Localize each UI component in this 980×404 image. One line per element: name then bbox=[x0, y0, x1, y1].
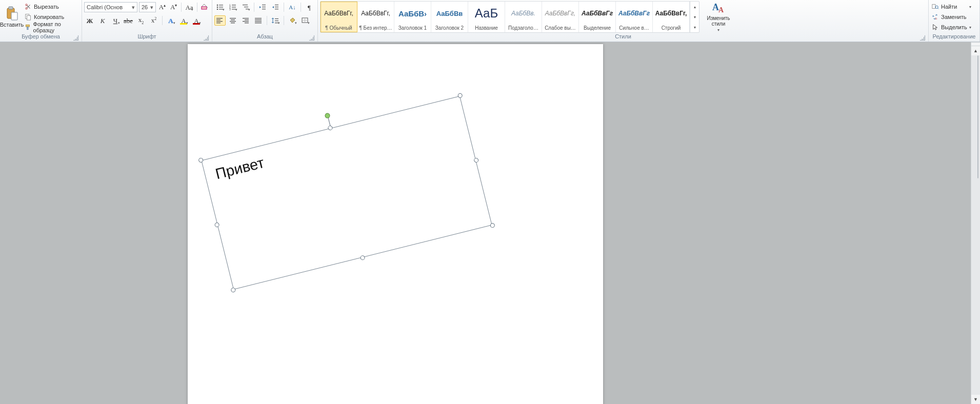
resize-handle-se[interactable] bbox=[490, 223, 495, 228]
svg-rect-47 bbox=[275, 18, 278, 19]
dialog-launcher-icon[interactable] bbox=[309, 35, 314, 41]
format-painter-button[interactable]: Формат по образцу bbox=[24, 23, 79, 32]
style-label: Строгий bbox=[662, 24, 681, 31]
style-preview: АаБбВвГг bbox=[582, 3, 613, 24]
increase-indent-button[interactable] bbox=[270, 2, 281, 12]
cut-label: Вырезать bbox=[34, 4, 59, 10]
multilevel-button[interactable]: ▾ bbox=[240, 2, 251, 12]
text-effects-button[interactable]: A▾ bbox=[165, 15, 176, 26]
page[interactable]: Привет bbox=[188, 44, 603, 404]
font-color-button[interactable]: A▾ bbox=[191, 15, 202, 26]
style-card[interactable]: АаБбВвГг,¶ Обычный bbox=[321, 2, 357, 32]
select-button[interactable]: Выделить▾ bbox=[931, 23, 972, 32]
split-handle[interactable] bbox=[971, 42, 980, 46]
bullets-button[interactable]: ▾ bbox=[214, 2, 226, 12]
find-label: Найти bbox=[941, 4, 957, 10]
cut-button[interactable]: Вырезать bbox=[24, 2, 79, 11]
change-styles-button[interactable]: AA Изменить стили ▾ bbox=[703, 1, 734, 33]
decrease-indent-button[interactable] bbox=[257, 2, 268, 12]
svg-rect-23 bbox=[244, 7, 248, 7]
justify-button[interactable] bbox=[253, 15, 264, 26]
find-icon bbox=[932, 3, 939, 10]
styles-gallery[interactable]: АаБбВвГг,¶ ОбычныйАаБбВвГг,¶ Без интер…А… bbox=[320, 1, 699, 33]
svg-rect-30 bbox=[275, 9, 278, 9]
paste-icon bbox=[6, 6, 18, 21]
underline-button[interactable]: Ч▾ bbox=[110, 15, 121, 26]
paste-button[interactable]: Вставить bbox=[2, 1, 22, 33]
font-size-combo[interactable]: 26▾ bbox=[139, 2, 156, 12]
align-center-button[interactable] bbox=[227, 15, 238, 26]
change-styles-label: Изменить стили bbox=[703, 15, 734, 27]
format-label: Формат по образцу bbox=[33, 21, 78, 33]
style-card[interactable]: АаБбВвГг,Строгий bbox=[653, 2, 690, 32]
vertical-scrollbar[interactable]: ▲ ▼ bbox=[971, 42, 980, 404]
styles-more-button[interactable]: ▴▾▾ bbox=[690, 2, 699, 32]
textbox-selection[interactable]: Привет bbox=[201, 96, 492, 290]
style-card[interactable]: АаБбВвГгВыделение bbox=[579, 2, 616, 32]
svg-rect-25 bbox=[262, 5, 266, 5]
style-card[interactable]: АаБбВвГг,¶ Без интер… bbox=[357, 2, 394, 32]
shading-button[interactable]: ▾ bbox=[287, 15, 298, 26]
style-label: Заголовок 1 bbox=[398, 24, 427, 31]
style-card[interactable]: АаБбВвЗаголовок 2 bbox=[431, 2, 468, 32]
svg-rect-42 bbox=[245, 23, 249, 23]
svg-text:A: A bbox=[718, 6, 724, 14]
clear-formatting-button[interactable] bbox=[200, 2, 210, 12]
scroll-up-button[interactable]: ▲ bbox=[971, 46, 980, 55]
justify-icon bbox=[255, 17, 262, 24]
borders-button[interactable]: ▾ bbox=[299, 15, 311, 26]
numbering-button[interactable]: 123▾ bbox=[227, 2, 238, 12]
style-label: Выделение bbox=[584, 24, 611, 31]
change-case-button[interactable]: Aa▾ bbox=[184, 2, 194, 12]
copy-icon bbox=[25, 13, 32, 21]
style-card[interactable]: АаБбВвГгСильное в… bbox=[616, 2, 653, 32]
group-font: Calibri (Основ▾ 26▾ A▴ A▾ Aa▾ Ж bbox=[82, 0, 212, 42]
dialog-launcher-icon[interactable] bbox=[204, 35, 209, 41]
svg-rect-8 bbox=[27, 27, 28, 29]
grow-font-button[interactable]: A▴ bbox=[157, 2, 167, 12]
font-name-combo[interactable]: Calibri (Основ▾ bbox=[84, 2, 137, 12]
sort-button[interactable]: A↓ bbox=[287, 2, 298, 12]
line-spacing-button[interactable]: ▾ bbox=[270, 15, 281, 26]
style-card[interactable]: АаБбВвГг,Слабое вы… bbox=[542, 2, 579, 32]
dialog-launcher-icon[interactable] bbox=[920, 35, 925, 41]
svg-rect-17 bbox=[232, 5, 236, 5]
style-card[interactable]: АаБбВв.Подзаголо… bbox=[505, 2, 542, 32]
strike-button[interactable]: abe bbox=[123, 15, 134, 26]
replace-label: Заменить bbox=[941, 14, 966, 20]
align-right-button[interactable] bbox=[240, 15, 251, 26]
textbox[interactable]: Привет bbox=[201, 96, 492, 290]
align-left-button[interactable] bbox=[214, 15, 226, 26]
scroll-thumb[interactable] bbox=[977, 55, 978, 178]
italic-button[interactable]: К bbox=[97, 15, 108, 26]
dialog-launcher-icon[interactable] bbox=[73, 35, 78, 41]
rotation-handle[interactable] bbox=[324, 113, 330, 119]
svg-rect-7 bbox=[26, 25, 29, 27]
svg-rect-46 bbox=[255, 23, 262, 23]
svg-rect-38 bbox=[231, 23, 235, 23]
style-card[interactable]: АаБбВ›Заголовок 1 bbox=[394, 2, 431, 32]
svg-rect-1 bbox=[9, 7, 13, 9]
shrink-font-button[interactable]: A▾ bbox=[169, 2, 178, 12]
svg-rect-43 bbox=[255, 18, 262, 18]
highlight-button[interactable]: A▾ bbox=[178, 15, 189, 26]
scroll-down-button[interactable]: ▼ bbox=[971, 395, 980, 404]
document-area: Привет ▲ ▼ bbox=[0, 42, 980, 404]
svg-rect-11 bbox=[219, 5, 223, 5]
bold-button[interactable]: Ж bbox=[84, 15, 95, 26]
find-button[interactable]: Найти▾ bbox=[931, 2, 972, 11]
style-card[interactable]: АаБНазвание bbox=[468, 2, 505, 32]
brush-icon bbox=[25, 24, 31, 31]
subscript-button[interactable]: x2 bbox=[135, 15, 147, 26]
replace-button[interactable]: ab Заменить bbox=[931, 12, 972, 22]
copy-button[interactable]: Копировать bbox=[24, 12, 79, 22]
superscript-button[interactable]: x2 bbox=[148, 15, 159, 26]
style-preview: АаБ bbox=[475, 3, 498, 24]
svg-rect-22 bbox=[243, 5, 248, 5]
pilcrow-button[interactable]: ¶ bbox=[304, 2, 315, 12]
svg-rect-29 bbox=[275, 7, 278, 7]
style-label: Подзаголо… bbox=[508, 24, 538, 31]
style-label: ¶ Обычный bbox=[325, 24, 352, 31]
ribbon: Вставить Вырезать Копировать Формат по о… bbox=[0, 0, 980, 42]
group-caption-clipboard: Буфер обмена bbox=[2, 33, 79, 42]
